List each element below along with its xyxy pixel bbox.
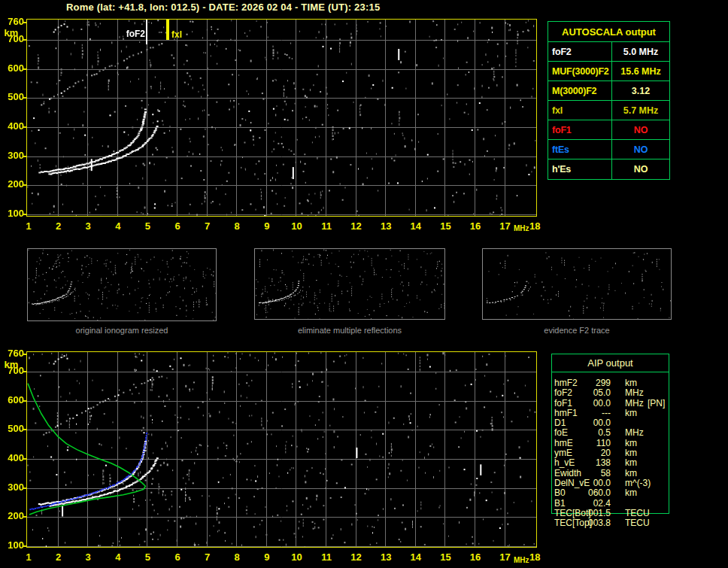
- x-tick-label: 2: [50, 221, 68, 232]
- x-tick-label: 8: [228, 221, 246, 232]
- x-tick-label: 6: [168, 552, 187, 563]
- page-title: Rome (lat: +41.8, lon: 012.5) - DATE: 20…: [66, 2, 380, 13]
- x-tick-label: 18: [526, 221, 544, 232]
- x-tick-label: 18: [526, 552, 544, 563]
- x-tick-label: 5: [138, 552, 156, 563]
- aip-row-value: 060.0: [576, 488, 611, 498]
- aip-row-unit: m^(-3): [625, 478, 651, 488]
- aip-row-extra: [PN]: [648, 399, 665, 409]
- fxi-marker-label: fxI: [171, 30, 182, 39]
- x-tick-label: 16: [466, 552, 484, 563]
- aip-row: foF205.0MHz: [551, 388, 672, 398]
- y-tick-label: 500: [2, 424, 24, 434]
- y-tick-label: 100: [2, 208, 24, 219]
- aip-row-value: 299: [576, 378, 611, 388]
- ionogram-plot-bottom: [26, 351, 537, 548]
- aip-table-header: AIP output: [551, 354, 669, 372]
- y-tick-mark: [23, 97, 26, 99]
- aip-row-name: hmF2: [554, 378, 578, 388]
- autoscala-row-value: NO: [611, 159, 669, 179]
- autoscala-row-value: 15.6 MHz: [611, 62, 669, 81]
- x-tick-label: 7: [199, 221, 217, 232]
- aip-row: D100.0: [551, 418, 672, 428]
- y-tick-mark: [23, 400, 26, 402]
- y-tick-mark: [23, 371, 26, 372]
- x-tick-label: 12: [347, 221, 366, 232]
- autoscala-screen: Rome (lat: +41.8, lon: 012.5) - DATE: 20…: [0, 0, 728, 568]
- aip-row-value: 20: [576, 448, 611, 458]
- aip-row-unit: MHz: [625, 399, 644, 409]
- autoscala-row-value: NO: [611, 120, 669, 140]
- aip-row-name: foF2: [554, 388, 572, 398]
- aip-row-name: ymE: [554, 448, 572, 458]
- aip-row-value: 02.4: [576, 499, 611, 509]
- y-tick-label: 100: [2, 540, 24, 551]
- y-tick-mark: [23, 126, 26, 128]
- autoscala-row-label: M(3000)F2: [548, 81, 611, 101]
- aip-row-unit: km: [625, 458, 637, 468]
- y-tick-label: 700: [2, 366, 24, 376]
- aip-row-value: ---: [576, 409, 611, 418]
- y-tick-mark: [23, 39, 26, 41]
- autoscala-row-label: foF1: [548, 120, 611, 140]
- y-tick-label: 760: [2, 17, 24, 27]
- y-tick-mark: [23, 488, 26, 489]
- autoscala-row-label: fxI: [548, 101, 611, 120]
- x-tick-label: 3: [79, 552, 97, 563]
- autoscala-row-label: ftEs: [548, 140, 611, 159]
- autoscala-row-value: 5.0 MHz: [611, 42, 669, 62]
- aip-row-value: 00.0: [576, 418, 611, 428]
- x-tick-label: 9: [258, 221, 276, 232]
- ionogram-canvas-bottom: [27, 352, 536, 547]
- y-tick-mark: [23, 545, 26, 547]
- aip-row: TEC[Top]003.8TECU: [551, 518, 672, 528]
- aip-row-name: D1: [554, 418, 566, 428]
- y-tick-label: 700: [2, 34, 24, 44]
- aip-row-value: 138: [576, 458, 611, 468]
- aip-row-value: 003.8: [576, 518, 611, 528]
- x-tick-label: 4: [109, 552, 127, 563]
- aip-row-unit: km: [625, 439, 637, 448]
- y-tick-mark: [23, 458, 26, 460]
- thumbnail-original-ionogram: [27, 248, 217, 321]
- x-tick-label: 8: [228, 552, 246, 563]
- autoscala-output-table: AUTOSCALA output foF25.0 MHzMUF(3000)F21…: [548, 21, 670, 180]
- aip-row-value: 00.0: [576, 399, 611, 409]
- aip-row-unit: km: [625, 378, 637, 388]
- aip-row-unit: TECU: [625, 509, 650, 518]
- thumbnail-eliminate-reflections: [254, 248, 445, 320]
- x-tick-label: 7: [199, 552, 217, 563]
- y-tick-mark: [23, 516, 26, 518]
- aip-row: foF100.0MHz[PN]: [551, 399, 672, 409]
- x-tick-label: 11: [317, 221, 335, 232]
- aip-row: h_vE138km: [551, 458, 672, 468]
- x-tick-label: 6: [168, 221, 187, 232]
- y-tick-mark: [23, 429, 26, 430]
- x-tick-label: 15: [436, 221, 454, 232]
- aip-row: hmF2299km: [551, 378, 672, 388]
- aip-row-unit: km: [625, 488, 637, 498]
- aip-row-unit: km: [625, 448, 637, 458]
- aip-row: foE0.5MHz: [551, 428, 672, 438]
- x-tick-label: 1: [20, 221, 38, 232]
- x-tick-label: 11: [317, 552, 335, 563]
- autoscala-row-value: 5.7 MHz: [611, 101, 669, 120]
- aip-row-unit: MHz: [625, 428, 644, 438]
- aip-row-name: h_vE: [554, 458, 575, 468]
- aip-row-value: 05.0: [576, 388, 611, 398]
- aip-header-divider: [551, 372, 669, 372]
- x-tick-label: 5: [138, 221, 156, 232]
- x-tick-label: 12: [347, 552, 366, 563]
- aip-row-name: B1: [554, 499, 566, 509]
- y-tick-label: 600: [2, 63, 24, 74]
- y-tick-label: 600: [2, 395, 24, 405]
- aip-row-unit: km: [625, 469, 637, 478]
- thumbnail-caption-evidence: evidence F2 trace: [482, 326, 672, 335]
- aip-row-value: 110: [576, 439, 611, 448]
- x-tick-label: 13: [377, 552, 395, 563]
- x-tick-label: 15: [436, 552, 454, 563]
- thumbnail-canvas-original: [28, 249, 216, 320]
- x-tick-label: 2: [50, 552, 68, 563]
- thumbnail-canvas-evidence: [483, 249, 671, 319]
- y-tick-label: 300: [2, 482, 24, 493]
